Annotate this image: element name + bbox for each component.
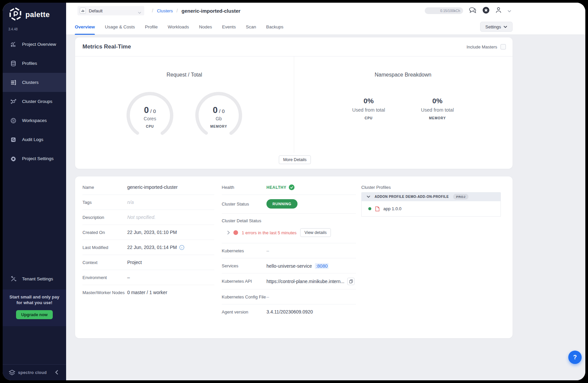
agent-version-row: Agent version 3.4.11/20230609.0920 <box>222 304 356 320</box>
check-circle-icon <box>289 184 295 190</box>
footer-brand-label: spectro cloud <box>18 370 47 375</box>
breadcrumb-separator: / <box>177 8 178 13</box>
kubernetes-value: – <box>266 243 269 258</box>
sidebar: palette 3.4.48 Project Overview Profiles <box>3 3 66 380</box>
agent-version-label: Agent version <box>222 304 248 320</box>
sidebar-item-profiles[interactable]: Profiles <box>3 54 66 73</box>
config-file-label: Kubernetes Config File <box>222 289 266 304</box>
copy-icon[interactable] <box>347 278 355 285</box>
tab-backups[interactable]: Backups <box>266 19 283 35</box>
service-name: hello-universe-service <box>266 263 312 269</box>
row-value: 0 master / 1 worker <box>127 285 167 300</box>
cpu-gauge-unit: Cores <box>125 116 175 121</box>
project-selector[interactable]: Default <box>77 6 144 15</box>
row-label: Context <box>82 255 97 270</box>
tab-events[interactable]: Events <box>222 19 236 35</box>
running-status-badge: RUNNING <box>266 199 298 209</box>
row-value: 22 Jun, 2023, 01:14 PM <box>127 240 177 255</box>
project-scope-icon <box>80 8 86 14</box>
project-selector-value: Default <box>89 8 103 13</box>
memory-gauge-unit: Gb <box>194 116 244 121</box>
sidebar-item-label: Clusters <box>22 80 39 85</box>
row-label: Last Modified <box>82 240 108 255</box>
breadcrumb-clusters-link[interactable]: Clusters <box>157 8 173 13</box>
sidebar-footer: spectro cloud <box>3 364 66 380</box>
layer-status-dot <box>368 207 371 210</box>
chevron-down-icon[interactable] <box>508 8 511 14</box>
namespace-cpu-caption: CPU <box>332 116 405 120</box>
chevron-right-icon[interactable] <box>227 231 230 235</box>
more-details-button[interactable]: More Details <box>279 155 311 164</box>
namespace-memory-stat: 0% Used from total MEMORY <box>401 97 474 120</box>
proj-badge: PROJ <box>453 194 468 200</box>
health-status-value: HEALTHY <box>266 185 286 190</box>
chevron-down-icon <box>367 196 370 198</box>
whats-new-icon[interactable] <box>482 7 489 15</box>
sidebar-item-project-settings[interactable]: Project Settings <box>3 149 66 168</box>
info-row-environment: Environment – <box>82 270 214 285</box>
info-row-nodes: Master/Worker Nodes 0 master / 1 worker <box>82 285 214 300</box>
main-content: Metrics Real-Time Include Masters Reques… <box>66 35 585 380</box>
tab-workloads[interactable]: Workloads <box>168 19 189 35</box>
cluster-detail-status-row: Cluster Detail Status 1 errors in the la… <box>222 214 356 243</box>
cluster-detail-status-label: Cluster Detail Status <box>222 218 261 223</box>
sidebar-item-project-overview[interactable]: Project Overview <box>3 35 66 54</box>
sidebar-item-cluster-groups[interactable]: Cluster Groups <box>3 92 66 111</box>
tab-usage-costs[interactable]: Usage & Costs <box>105 19 135 35</box>
settings-button[interactable]: Settings <box>480 22 513 32</box>
profile-layer-row[interactable]: app 1.0.0 <box>361 201 501 217</box>
chat-icon[interactable] <box>469 7 477 15</box>
tab-overview[interactable]: Overview <box>75 19 95 35</box>
kubernetes-row: Kubernetes – <box>222 243 356 258</box>
info-icon[interactable] <box>179 245 184 250</box>
profile-accordion-header[interactable]: ADDON PROFILE DEMO-ADD-ON-PROFILE PROJ <box>361 192 501 201</box>
row-value: – <box>127 270 130 285</box>
workspaces-icon <box>10 117 17 124</box>
row-value: n/a <box>127 195 134 210</box>
sidebar-item-tenant-settings[interactable]: Tenant Settings <box>3 269 66 288</box>
sidebar-collapse-icon[interactable] <box>55 370 58 376</box>
promo-text-line2: for what you use! <box>3 300 66 305</box>
profile-header-label: ADDON PROFILE DEMO-ADD-ON-PROFILE <box>375 195 449 199</box>
tab-profile[interactable]: Profile <box>145 19 158 35</box>
view-details-button[interactable]: View details <box>300 228 331 237</box>
config-file-row: Kubernetes Config File – <box>222 289 356 304</box>
memory-gauge: 0 / 0 Gb MEMORY <box>194 90 244 140</box>
cluster-profiles-title: Cluster Profiles <box>361 185 391 190</box>
promo-text-line1: Start small and only pay <box>3 294 66 300</box>
sidebar-item-audit-logs[interactable]: Audit Logs <box>3 130 66 149</box>
metrics-realtime-card: Metrics Real-Time Include Masters Reques… <box>75 37 513 169</box>
tab-nodes[interactable]: Nodes <box>199 19 212 35</box>
chevron-down-icon <box>504 26 507 28</box>
include-masters-checkbox[interactable] <box>501 44 506 49</box>
app-version: 3.4.48 <box>8 27 18 31</box>
top-bar: Default / Clusters / generic-imported-cl… <box>66 3 585 19</box>
info-row-name: Name generic-imported-cluster <box>82 180 214 195</box>
sidebar-item-label: Audit Logs <box>22 137 43 142</box>
profiles-icon <box>10 60 17 67</box>
namespace-memory-percent: 0% <box>401 97 474 105</box>
sidebar-item-label: Profiles <box>22 61 37 66</box>
tab-scan[interactable]: Scan <box>246 19 256 35</box>
health-label: Health <box>222 180 234 195</box>
upgrade-now-button[interactable]: Upgrade now <box>16 310 53 319</box>
breadcrumb: / Clusters / generic-imported-cluster <box>152 3 240 19</box>
row-label: Master/Worker Nodes <box>82 285 125 300</box>
cluster-groups-icon <box>10 98 17 105</box>
info-row-last-modified: Last Modified 22 Jun, 2023, 01:14 PM <box>82 240 214 255</box>
kubernetes-api-row: Kubernetes API https://control-plane.min… <box>222 273 356 289</box>
row-label: Name <box>82 180 94 195</box>
cluster-info-column: Name generic-imported-cluster Tags n/a D… <box>82 180 214 300</box>
sidebar-item-workspaces[interactable]: Workspaces <box>3 111 66 130</box>
cpu-gauge-value: 0 <box>144 105 149 115</box>
service-port-link[interactable]: :8080 <box>315 263 329 269</box>
gear-icon <box>10 155 17 162</box>
info-row-context: Context Project <box>82 255 214 270</box>
clusters-icon <box>10 79 17 86</box>
sidebar-item-clusters[interactable]: Clusters <box>3 73 66 92</box>
kubernetes-api-value: https://control-plane.minikube.intern... <box>266 279 344 284</box>
user-icon[interactable] <box>495 7 502 15</box>
kubernetes-api-label: Kubernetes API <box>222 273 252 289</box>
cpu-gauge: 0 / 0 Cores CPU <box>125 90 175 140</box>
help-button[interactable]: ? <box>568 351 582 364</box>
